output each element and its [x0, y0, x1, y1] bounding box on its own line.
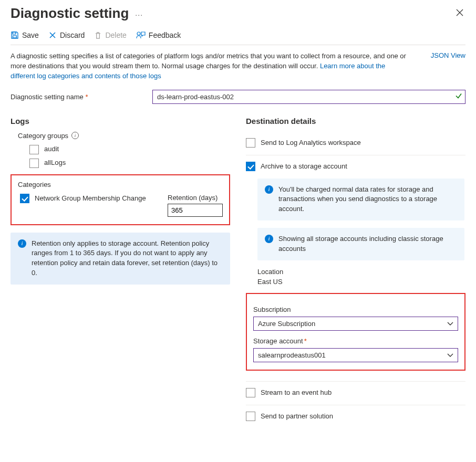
retention-note-text: Retention only applies to storage accoun… [32, 239, 223, 278]
discard-button[interactable]: Discard [48, 31, 85, 39]
chevron-down-icon [447, 351, 453, 359]
more-menu-icon[interactable]: ··· [132, 10, 146, 19]
json-view-link[interactable]: JSON View [431, 51, 465, 59]
event-hub-checkbox[interactable] [246, 388, 255, 397]
storage-account-dropdown[interactable]: salearnprodeastus001 [253, 348, 458, 362]
svg-rect-1 [13, 36, 17, 38]
setting-name-input[interactable] [152, 90, 465, 104]
storage-classic-text: Showing all storage accounts including c… [278, 234, 457, 254]
delete-icon [94, 32, 102, 39]
logs-heading: Logs [11, 117, 230, 125]
discard-label: Discard [60, 31, 85, 39]
subscription-dropdown[interactable]: Azure Subscription [253, 317, 458, 331]
alllogs-checkbox[interactable] [29, 159, 39, 168]
event-hub-label: Stream to an event hub [261, 388, 332, 396]
close-icon[interactable] [454, 6, 465, 21]
required-asterisk: * [85, 93, 88, 101]
save-icon [11, 31, 19, 39]
retention-label: Retention (days) [168, 194, 223, 202]
validation-check-icon [455, 92, 462, 101]
alllogs-label: allLogs [44, 159, 66, 166]
info-icon: i [265, 185, 273, 194]
retention-info-alert: i Retention only applies to storage acco… [11, 233, 230, 285]
network-group-change-label: Network Group Membership Change [35, 194, 146, 203]
storage-fields-highlight-box: Subscription Azure Subscription Storage … [246, 293, 465, 371]
retention-input[interactable] [168, 204, 223, 217]
discard-icon [48, 31, 57, 39]
intro-paragraph: A diagnostic setting specifies a list of… [11, 51, 427, 81]
location-label: Location [257, 268, 465, 276]
svg-rect-0 [13, 32, 16, 34]
info-icon: i [18, 239, 26, 248]
required-asterisk: * [304, 337, 307, 345]
storage-account-label: Storage account * [253, 337, 458, 345]
destination-heading: Destination details [246, 117, 465, 125]
info-icon: i [265, 235, 273, 243]
partner-checkbox[interactable] [246, 412, 255, 421]
location-value: East US [257, 278, 465, 286]
categories-heading: Categories [18, 181, 223, 188]
page-title: Diagnostic setting [11, 5, 129, 22]
setting-name-label: Diagnostic setting name * [11, 93, 152, 101]
log-analytics-label: Send to Log Analytics workspace [261, 139, 361, 146]
subscription-value: Azure Subscription [258, 320, 315, 328]
storage-classic-alert: i Showing all storage accounts including… [257, 228, 464, 260]
feedback-button[interactable]: Feedback [136, 31, 181, 39]
chevron-down-icon [447, 320, 453, 328]
storage-charge-text: You'll be charged normal data rates for … [278, 185, 457, 215]
categories-highlight-box: Categories Network Group Membership Chan… [11, 174, 230, 225]
svg-point-2 [137, 32, 140, 35]
storage-charge-alert: i You'll be charged normal data rates fo… [257, 178, 464, 221]
partner-label: Send to partner solution [261, 412, 333, 420]
storage-checkbox[interactable] [246, 162, 255, 171]
save-button[interactable]: Save [11, 31, 39, 39]
feedback-label: Feedback [149, 31, 181, 39]
save-label: Save [22, 31, 39, 39]
network-group-change-checkbox[interactable] [20, 194, 29, 203]
log-analytics-checkbox[interactable] [246, 138, 255, 148]
storage-label: Archive to a storage account [261, 162, 347, 170]
delete-label: Delete [105, 31, 126, 39]
audit-label: audit [44, 145, 59, 153]
category-groups-heading: Category groups i [18, 132, 230, 140]
subscription-label: Subscription [253, 306, 458, 313]
audit-checkbox[interactable] [29, 145, 39, 154]
info-icon[interactable]: i [71, 132, 79, 139]
storage-account-value: salearnprodeastus001 [258, 351, 326, 359]
feedback-icon [136, 31, 146, 39]
delete-button: Delete [94, 31, 126, 39]
